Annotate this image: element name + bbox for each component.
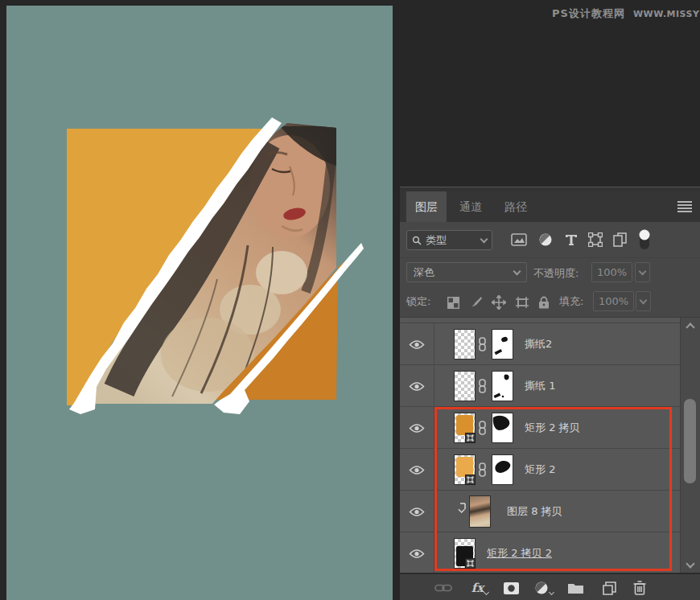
visibility-toggle[interactable]	[400, 449, 434, 491]
photoshop-workspace: PS设计教程网 WWW.MISSYUAN.NET	[0, 0, 700, 600]
filter-type-value: 类型	[426, 233, 477, 248]
lock-label: 锁定:	[406, 294, 430, 309]
fill-dropdown-button[interactable]	[636, 291, 651, 311]
tab-channels[interactable]: 通道	[450, 191, 492, 222]
layer-style-fx-icon[interactable]: fx	[468, 578, 491, 598]
link-icon	[478, 379, 487, 393]
visibility-toggle[interactable]	[400, 407, 434, 449]
smart-object-filter-icon[interactable]	[610, 231, 629, 249]
image-filter-icon[interactable]	[509, 231, 529, 249]
layer-filter-row: 类型	[400, 222, 700, 257]
blend-opacity-row: 深色 不透明度: 100%	[400, 257, 700, 287]
watermark-site-name: PS设计教程网	[552, 6, 625, 21]
text-filter-icon[interactable]	[562, 231, 581, 249]
visibility-toggle[interactable]	[400, 365, 434, 407]
chevron-down-icon	[548, 589, 554, 594]
chevron-down-icon	[484, 589, 489, 594]
eye-icon	[409, 465, 425, 475]
adjustment-layer-icon[interactable]	[532, 578, 554, 598]
blend-mode-value: 深色	[414, 265, 514, 280]
fill-input[interactable]: 100%	[593, 291, 634, 311]
link-layers-icon[interactable]	[432, 578, 455, 598]
lock-fill-row: 锁定: 填充: 100%	[400, 287, 700, 317]
layer-mask-thumbnail[interactable]	[492, 329, 513, 360]
lock-all-icon[interactable]	[535, 294, 553, 310]
eye-icon	[409, 423, 425, 434]
chevron-down-icon	[639, 267, 647, 275]
scroll-up-icon[interactable]	[686, 323, 694, 331]
panel-menu-icon[interactable]	[677, 201, 692, 212]
layer-name[interactable]: 撕纸 1	[525, 365, 555, 407]
eye-icon	[409, 507, 425, 517]
partial-layer-row	[400, 318, 682, 323]
lock-artboard-icon[interactable]	[513, 294, 531, 310]
opacity-dropdown-button[interactable]	[635, 262, 650, 282]
filter-toggle-switch[interactable]	[635, 231, 654, 249]
layer-mask-thumbnail[interactable]	[492, 371, 513, 401]
visibility-toggle[interactable]	[400, 532, 434, 573]
torn-paper-artwork	[6, 6, 393, 600]
panel-tab-bar: 图层 通道 路径	[400, 191, 700, 222]
new-layer-icon[interactable]	[598, 578, 620, 598]
eye-icon	[409, 549, 425, 559]
layers-panel-footer: fx	[400, 573, 700, 600]
lock-position-icon[interactable]	[490, 294, 508, 310]
delete-layer-icon[interactable]	[628, 578, 651, 598]
add-mask-icon[interactable]	[500, 578, 522, 598]
visibility-toggle[interactable]	[400, 323, 434, 365]
new-group-icon[interactable]	[564, 578, 587, 598]
link-icon	[478, 337, 487, 351]
layer-name[interactable]: 撕纸2	[525, 323, 552, 365]
opacity-value: 100%	[597, 266, 627, 278]
layer-row[interactable]: 撕纸2	[400, 323, 682, 365]
layer-filter-type-select[interactable]: 类型	[406, 230, 492, 250]
lock-transparency-icon[interactable]	[444, 294, 462, 310]
fx-label: fx	[471, 581, 484, 595]
search-icon	[412, 236, 422, 245]
chevron-down-icon	[480, 235, 488, 243]
chevron-down-icon	[640, 296, 648, 304]
visibility-toggle[interactable]	[400, 491, 434, 532]
layer-list-scrollbar[interactable]	[680, 318, 700, 573]
lock-pixels-icon[interactable]	[467, 294, 485, 310]
scroll-down-icon[interactable]	[686, 559, 694, 568]
layer-row[interactable]: 撕纸 1	[400, 365, 682, 407]
eye-icon	[409, 339, 425, 350]
annotation-highlight-box	[434, 407, 672, 571]
opacity-label: 不透明度:	[533, 266, 579, 281]
layer-thumbnail[interactable]	[454, 329, 476, 360]
watermark-site-url: WWW.MISSYUAN.NET	[633, 9, 700, 19]
document-canvas[interactable]	[6, 6, 393, 600]
eye-icon	[409, 381, 425, 392]
tab-layers[interactable]: 图层	[406, 191, 447, 222]
watermark: PS设计教程网 WWW.MISSYUAN.NET	[552, 6, 700, 21]
fill-label: 填充:	[559, 294, 583, 309]
layer-thumbnail[interactable]	[454, 371, 476, 401]
chevron-down-icon	[513, 267, 521, 275]
fill-value: 100%	[599, 295, 628, 307]
opacity-input[interactable]: 100%	[591, 262, 632, 282]
tab-paths[interactable]: 路径	[495, 191, 537, 222]
adjustment-filter-icon[interactable]	[536, 231, 555, 249]
scrollbar-thumb[interactable]	[684, 399, 696, 483]
shape-filter-icon[interactable]	[586, 231, 605, 249]
blend-mode-select[interactable]: 深色	[406, 262, 527, 282]
